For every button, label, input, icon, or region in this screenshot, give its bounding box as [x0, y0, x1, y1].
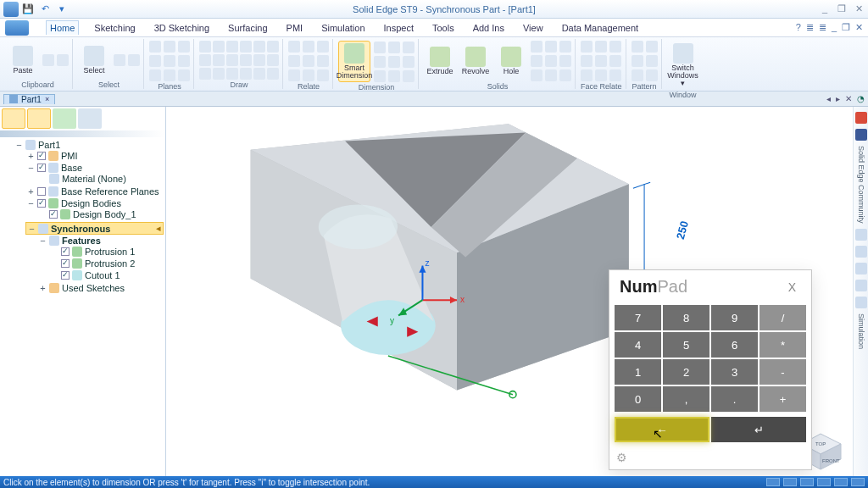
extrude-button[interactable]: Extrude: [424, 44, 456, 78]
revolve-button[interactable]: Revolve: [459, 44, 492, 78]
numpad-backspace-key[interactable]: ←↖: [615, 417, 709, 442]
side-icon-5[interactable]: [855, 297, 867, 308]
close-button[interactable]: ✕: [853, 3, 865, 14]
select-opt2-icon[interactable]: [128, 54, 140, 66]
minimize-button[interactable]: _: [819, 3, 831, 14]
document-tab-part1[interactable]: Part1 ×: [3, 94, 55, 104]
numpad-key-.[interactable]: .: [711, 386, 758, 412]
tab-close-all-icon[interactable]: ✕: [845, 94, 852, 103]
tree-root[interactable]: Part1: [38, 140, 60, 150]
select-button[interactable]: Select: [78, 43, 110, 77]
numpad-key-3[interactable]: 3: [711, 359, 758, 385]
status-icon-4[interactable]: [817, 478, 831, 486]
youtube-icon[interactable]: [855, 112, 867, 124]
side-icon-3[interactable]: [855, 263, 867, 274]
tab-sketching[interactable]: Sketching: [91, 21, 138, 35]
tree-features[interactable]: Features: [62, 236, 101, 246]
numpad-key-,[interactable]: ,: [663, 386, 709, 412]
hole-button[interactable]: Hole: [495, 44, 527, 78]
numpad-key-7[interactable]: 7: [615, 305, 661, 330]
tree-design-bodies[interactable]: Design Bodies: [61, 198, 121, 208]
restore-button[interactable]: ❐: [836, 3, 848, 14]
paste-button[interactable]: Paste: [7, 43, 39, 77]
status-icon-3[interactable]: [800, 478, 814, 486]
numpad-close-button[interactable]: X: [783, 279, 801, 296]
tree-protrusion-1[interactable]: Protrusion 1: [85, 247, 135, 257]
plane-icon[interactable]: [149, 41, 161, 53]
tab-tools[interactable]: Tools: [429, 21, 458, 35]
numpad-key-1[interactable]: 1: [615, 359, 661, 385]
numpad-key--[interactable]: -: [760, 359, 806, 385]
tab-next-icon[interactable]: ▸: [836, 94, 840, 103]
tab-prev-icon[interactable]: ◂: [826, 94, 831, 103]
status-icon-6[interactable]: [851, 478, 865, 486]
view-btn-4[interactable]: [78, 108, 102, 129]
mdi-close-icon[interactable]: ✕: [855, 22, 863, 33]
tree-cutout-1[interactable]: Cutout 1: [85, 270, 120, 280]
status-icon-1[interactable]: [766, 478, 780, 486]
smart-dimension-button[interactable]: Smart Dimension: [338, 41, 370, 82]
mdi-restore-icon[interactable]: ❐: [842, 22, 850, 33]
tab-help-icon[interactable]: ◔: [857, 94, 865, 103]
tab-pmi[interactable]: PMI: [283, 21, 307, 35]
select-opt1-icon[interactable]: [114, 54, 125, 66]
tab-surfacing[interactable]: Surfacing: [225, 21, 270, 35]
view-btn-1[interactable]: [2, 108, 25, 129]
tab-inspect[interactable]: Inspect: [381, 21, 417, 35]
undo-icon[interactable]: ↶: [37, 2, 53, 17]
switch-windows-button[interactable]: Switch Windows ▾: [667, 41, 699, 90]
tab-3d-sketching[interactable]: 3D Sketching: [151, 21, 213, 35]
feature-tree[interactable]: −Part1 +PMI −Base Material (None) +Base …: [0, 137, 165, 476]
side-icon-4[interactable]: [855, 280, 867, 291]
application-menu-button[interactable]: [5, 20, 29, 36]
numpad-key-+[interactable]: +: [760, 386, 806, 412]
status-icon-5[interactable]: [834, 478, 848, 486]
numpad-settings-icon[interactable]: ⚙: [616, 451, 627, 464]
numpad-key-2[interactable]: 2: [663, 359, 709, 385]
qat-menu-icon[interactable]: ▾: [54, 2, 70, 17]
tree-protrusion-2[interactable]: Protrusion 2: [85, 258, 135, 269]
view-btn-2[interactable]: [27, 108, 51, 129]
tab-home[interactable]: Home: [46, 20, 79, 35]
numpad-key-5[interactable]: 5: [663, 332, 709, 358]
numpad-key-6[interactable]: 6: [711, 332, 758, 358]
tab-simulation[interactable]: Simulation: [318, 21, 368, 35]
numpad-key-4[interactable]: 4: [615, 332, 661, 358]
tree-base[interactable]: Base: [61, 163, 82, 173]
tree-design-body-1[interactable]: Design Body_1: [73, 209, 136, 219]
save-icon[interactable]: 💾: [20, 2, 36, 17]
numpad-key-*[interactable]: *: [760, 332, 806, 358]
copy-icon[interactable]: [57, 54, 69, 66]
ribbon-opt1-icon[interactable]: ≣: [806, 22, 814, 33]
facebook-icon[interactable]: [855, 129, 867, 141]
mdi-minimize-icon[interactable]: _: [832, 22, 837, 33]
app-menu-icon[interactable]: [3, 2, 19, 17]
numpad-key-9[interactable]: 9: [711, 305, 758, 330]
numpad-enter-key[interactable]: ↵: [711, 417, 806, 442]
tab-add-ins[interactable]: Add Ins: [470, 21, 508, 35]
cut-icon[interactable]: [42, 54, 54, 66]
status-icon-2[interactable]: [783, 478, 797, 486]
tab-view[interactable]: View: [520, 21, 547, 35]
tree-pmi[interactable]: PMI: [61, 151, 78, 161]
numpad-dialog[interactable]: NumPad X 789/456*123-0,.+ ←↖ ↵ ⚙: [609, 269, 812, 470]
line-icon[interactable]: [199, 41, 211, 53]
ribbon-opt2-icon[interactable]: ≣: [819, 22, 826, 33]
tree-material[interactable]: Material (None): [62, 174, 126, 184]
numpad-key-0[interactable]: 0: [615, 386, 661, 412]
numpad-key-8[interactable]: 8: [663, 305, 709, 330]
tree-base-reference-planes[interactable]: Base Reference Planes: [61, 186, 159, 197]
side-icon-1[interactable]: [855, 229, 867, 241]
tree-used-sketches[interactable]: Used Sketches: [62, 283, 125, 293]
document-tab-close-icon[interactable]: ×: [45, 95, 49, 103]
numpad-key-/[interactable]: /: [760, 305, 806, 330]
help-icon[interactable]: ?: [796, 22, 801, 33]
svg-point-7: [319, 205, 398, 250]
tree-synchronous[interactable]: Synchronous: [51, 224, 110, 234]
community-label[interactable]: Solid Edge Community: [857, 146, 865, 224]
3d-viewport[interactable]: x z y 250 TOP: [166, 107, 868, 476]
side-icon-2[interactable]: [855, 246, 867, 258]
simulation-label[interactable]: Simulation: [857, 313, 865, 349]
tab-data-management[interactable]: Data Management: [559, 21, 643, 35]
view-btn-3[interactable]: [53, 108, 76, 129]
